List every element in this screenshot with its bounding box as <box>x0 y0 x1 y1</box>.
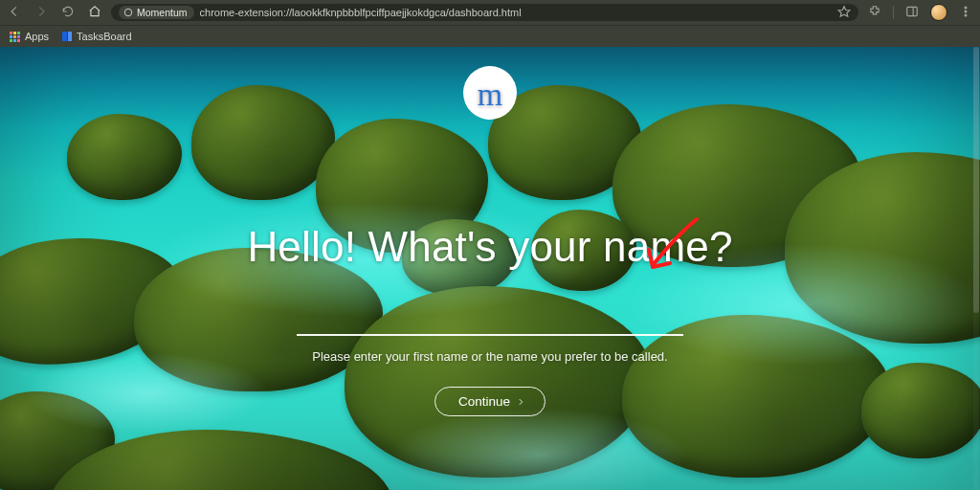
home-icon[interactable] <box>88 5 101 21</box>
scrollbar-thumb[interactable] <box>973 47 979 313</box>
svg-point-6 <box>965 14 967 16</box>
tasksboard-icon <box>62 32 72 41</box>
name-input[interactable] <box>297 305 683 336</box>
star-icon[interactable] <box>837 5 851 20</box>
continue-label: Continue <box>458 394 510 409</box>
site-chip[interactable]: Momentum <box>119 6 194 19</box>
page-viewport: m Hello! What's your name? Please enter … <box>0 47 980 490</box>
svg-point-5 <box>965 11 967 12</box>
continue-button[interactable]: Continue <box>434 387 546 416</box>
onboarding-hint: Please enter your first name or the name… <box>312 349 667 364</box>
side-panel-icon[interactable] <box>905 5 919 21</box>
profile-avatar[interactable] <box>930 4 947 21</box>
menu-icon[interactable] <box>959 5 972 21</box>
bookmark-apps-label: Apps <box>25 31 49 42</box>
svg-rect-2 <box>907 7 918 15</box>
onboarding-headline: Hello! What's your name? <box>247 223 732 271</box>
chevron-right-icon <box>516 397 525 407</box>
svg-marker-1 <box>838 7 850 17</box>
bookmark-tasksboard-label: TasksBoard <box>77 31 131 42</box>
bookmarks-bar: Apps TasksBoard <box>0 25 980 47</box>
back-icon[interactable] <box>8 5 21 21</box>
toolbar-divider <box>893 6 894 19</box>
apps-grid-icon <box>10 32 20 42</box>
url-text: chrome-extension://laookkfknpbbblfpciffp… <box>200 7 522 18</box>
momentum-logo: m <box>463 66 517 120</box>
address-bar[interactable]: Momentum chrome-extension://laookkfknpbb… <box>111 4 858 21</box>
svg-point-4 <box>965 6 967 8</box>
vertical-scrollbar[interactable] <box>973 47 979 490</box>
extensions-icon[interactable] <box>868 5 881 21</box>
bookmark-apps[interactable]: Apps <box>10 31 49 42</box>
site-chip-label: Momentum <box>137 7 188 18</box>
reload-icon[interactable] <box>61 5 75 21</box>
forward-icon[interactable] <box>34 5 48 21</box>
browser-toolbar: Momentum chrome-extension://laookkfknpbb… <box>0 0 980 25</box>
bookmark-tasksboard[interactable]: TasksBoard <box>62 31 131 42</box>
svg-point-0 <box>124 9 132 16</box>
logo-letter: m <box>478 78 502 111</box>
